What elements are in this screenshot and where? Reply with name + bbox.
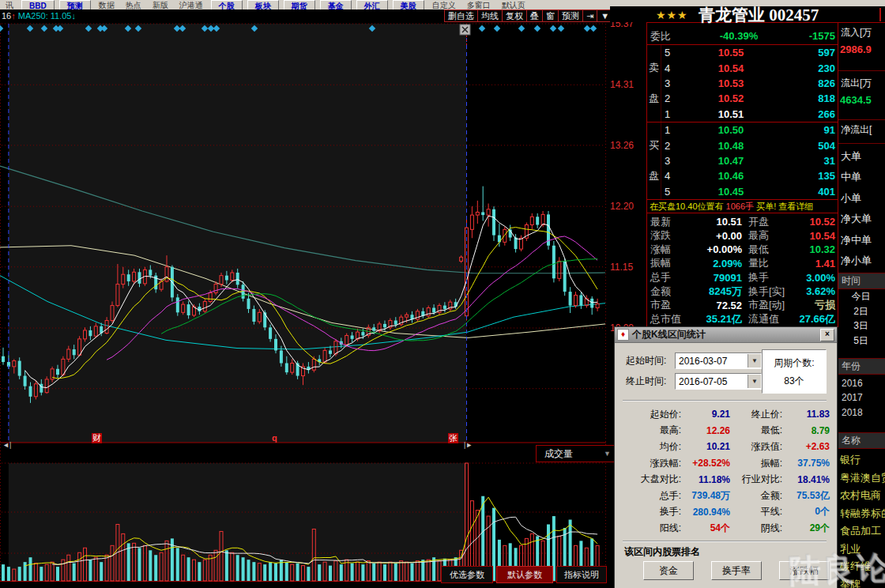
stat-value: 35.21亿 [687,312,742,326]
level-index: 4 [665,62,677,74]
toolbar-叠[interactable]: 叠 [526,9,543,22]
level-price: 10.50 [677,124,785,136]
order-notice[interactable]: 在买盘10.40位置有 1066手 买单! 查看详细 [647,200,838,213]
stat-value: 27.66亿 [799,312,835,326]
dialog-stat-label: 均价: [621,440,681,454]
stat-value: 3.00% [799,272,835,284]
dialog-titlebar[interactable]: ♦ 个股K线区间统计 × [615,327,837,343]
start-date-value: 2016-03-07 [676,356,748,367]
level-volume: 597 [785,47,835,58]
param-button-优选参数[interactable]: 优选参数 [441,566,493,583]
combo-arrow-icon[interactable]: ▼ [748,375,761,388]
level-volume: 826 [785,77,835,89]
time-row[interactable]: 今日 [838,289,883,304]
stat-value: +0.00 [687,230,742,242]
param-button-默认参数[interactable]: 默认参数 [496,566,553,583]
buy-row[interactable]: 310.4731 [661,153,838,168]
toolbar-⇥[interactable]: ⇥ [582,9,597,22]
sell-row[interactable]: 110.51266 [661,107,838,122]
dialog-stat-value: 0个 [782,505,830,518]
axis-tick: 13.26 [610,140,634,151]
buy-row[interactable]: 110.5091 [661,122,838,138]
quote-stat-row: 总市值35.21亿流通值27.66亿 [650,312,835,326]
dialog-stat-value: 54个 [681,522,730,535]
industry-row[interactable]: 粤港澳自贸 [840,469,885,488]
stat-label: 流通值 [742,312,799,326]
industry-row[interactable]: 食品加工 [840,522,885,541]
stat-label: 涨跌 [650,228,687,243]
sell-row[interactable]: 410.54230 [661,60,838,75]
trading-terminal: 讯BBD预测数据热点新版沪港通个股板块期货基金外汇美股自定义多窗口默认页 16↑… [0,0,885,588]
param-button-指标说明[interactable]: 指标说明 [556,566,607,583]
year-row[interactable]: 2016 [842,376,885,390]
toolbar-窗[interactable]: 窗 [542,9,559,22]
volume-label: 成交量 [544,448,573,459]
buy-row[interactable]: 410.46135 [661,168,838,183]
level-price: 10.48 [677,140,785,152]
stat-value: 10.52 [799,216,835,228]
industry-row[interactable]: 农村电商 [840,487,885,505]
volume-indicator-selector[interactable]: 成交量 ▼ [536,445,616,462]
level-volume: 818 [785,92,835,104]
period-value: 83个 [763,375,826,388]
sell-row[interactable]: 310.53826 [661,76,838,91]
sell-side-label: 卖盘 [647,45,661,122]
stat-label: 最低 [742,243,799,257]
toolbar-复权[interactable]: 复权 [502,9,527,22]
stat-value: 8245万 [687,285,742,299]
level-index: 3 [665,155,677,167]
dialog-stat-value: 280.94% [681,507,730,518]
ranking-label: 该区间内股票排名 [624,545,700,559]
axis-tick: 11.15 [610,262,633,273]
title-divider [879,8,881,21]
money-flow-strip: 流入[万 2986.9 流出[万 4634.5 净流出[ 大单中单小单净大单净中… [838,22,885,588]
chevron-down-icon: ▼ [604,446,611,462]
end-date-combo[interactable]: 2016-07-05 ▼ [675,373,762,390]
time-row[interactable]: 5日 [838,334,883,349]
level-index: 1 [665,108,677,120]
buy-row[interactable]: 210.48504 [661,138,838,153]
level-price: 10.54 [677,62,785,74]
level-index: 2 [665,92,677,104]
ranking-button-换手率[interactable]: 换手率 [711,561,762,580]
flow-row-大单: 大单 [841,146,885,167]
flow-row-净小单: 净小单 [841,251,885,271]
close-icon[interactable]: × [820,329,834,341]
level-price: 10.51 [677,108,785,120]
sell-row[interactable]: 510.55597 [661,45,838,60]
year-row[interactable]: 2017 [842,390,885,405]
dialog-stat-row: 起始价:9.21终止价:11.83 [621,406,830,423]
combo-arrow-icon[interactable]: ▼ [748,354,761,368]
time-row[interactable]: 2日 [838,304,883,319]
rating-stars-icon: ★★★ [656,9,688,21]
year-header: 年份 [838,358,885,375]
ranking-button-资金[interactable]: 资金 [643,561,694,580]
level-price: 10.53 [677,77,785,89]
sell-row[interactable]: 210.52818 [661,91,838,106]
end-date-label: 终止时间: [626,375,675,388]
toolbar-删自选[interactable]: 删自选 [444,9,478,22]
quote-panel: 委比 -40.39% -1575 卖盘 510.55597410.5423031… [646,22,838,327]
toolbar-预测[interactable]: 预测 [558,9,583,22]
pan-left-arrow[interactable]: ◄| [2,441,11,449]
time-row[interactable]: 3日 [838,318,883,334]
start-date-combo[interactable]: 2016-03-07 ▼ [675,352,762,369]
industry-row[interactable]: 转融券标的 [840,505,885,523]
dialog-stat-label: 最低: [730,424,782,437]
quote-stat-row: 涨跌+0.00最高10.54 [650,229,835,243]
kline-chart[interactable] [0,22,608,588]
industry-row[interactable]: 银行 [840,451,885,469]
order-size-rows: 大单中单小单净大单净中单净小单 [841,146,885,271]
inflow-label: 流入[万 [841,26,872,40]
toolbar-均线[interactable]: 均线 [477,9,503,22]
sell-book: 卖盘 510.55597410.54230310.53826210.528181… [647,45,838,122]
period-label: 周期个数: [763,356,826,370]
pan-right-arrow[interactable]: |► [464,441,473,449]
level-price: 10.45 [677,186,785,198]
year-row[interactable]: 2018 [842,405,885,420]
dialog-stat-value: 10.21 [681,441,730,452]
quote-stat-row: 总手79091换手3.00% [650,270,835,285]
dialog-stat-label: 平线: [730,505,782,518]
level-index: 5 [665,47,677,58]
buy-row[interactable]: 510.45401 [661,184,838,199]
